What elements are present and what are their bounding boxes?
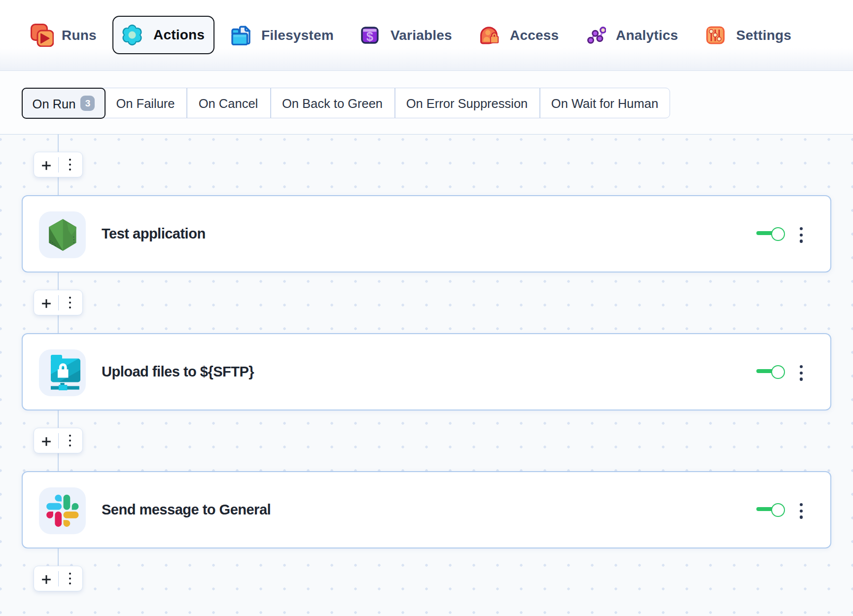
svg-text:$: $ (366, 30, 373, 43)
